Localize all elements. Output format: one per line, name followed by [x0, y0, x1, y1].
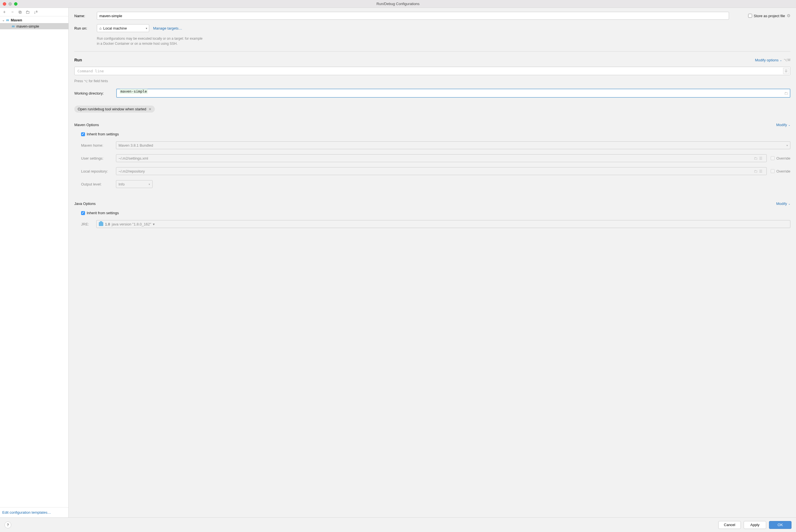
- maven-options-title: Maven Options: [74, 123, 99, 127]
- local-repo-override-checkbox: [771, 169, 775, 173]
- field-hints-text: Press ⌥ for field hints: [74, 78, 790, 83]
- run-on-select[interactable]: ⌂ Local machine ▾: [97, 24, 149, 32]
- jre-label: JRE:: [81, 222, 92, 226]
- tree-group-label: Maven: [11, 18, 22, 22]
- jre-description: java version "1.8.0_162": [112, 222, 151, 226]
- expand-field-icon[interactable]: ☰: [783, 68, 789, 74]
- tree-item-maven-simple[interactable]: m maven-simple: [0, 23, 69, 29]
- working-directory-label: Working directory:: [74, 91, 112, 95]
- browse-icon: 🗀: [754, 169, 757, 173]
- jre-field: 1.8 java version "1.8.0_162" ▾: [96, 220, 790, 228]
- user-settings-label: User settings:: [81, 156, 112, 160]
- chevron-down-icon: ⌄: [788, 123, 790, 127]
- name-label: Name:: [74, 14, 93, 18]
- chip-label: Open run/debug tool window when started: [78, 107, 146, 111]
- user-settings-field: ~/.m2/settings.xml 🗀 ☰: [116, 154, 767, 162]
- store-project-checkbox[interactable]: [748, 14, 752, 18]
- config-tree: ⌄ m Maven m maven-simple: [0, 16, 69, 507]
- user-settings-override-checkbox: [771, 156, 775, 160]
- manage-targets-link[interactable]: Manage targets…: [153, 26, 182, 31]
- local-repo-field: ~/.m2/repository 🗀 ☰: [116, 167, 767, 175]
- command-line-input[interactable]: [74, 67, 790, 75]
- maven-inherit-label: Inherit from settings: [87, 132, 119, 136]
- sort-config-icon[interactable]: ↓ª: [34, 10, 37, 14]
- chevron-down-icon: ⌄: [2, 19, 5, 22]
- remove-config-icon[interactable]: －: [11, 9, 15, 15]
- minimize-window: [8, 2, 12, 6]
- sidebar: ＋ － ⧉ 🗀 ↓ª ⌄ m Maven m maven-simple Edit…: [0, 8, 69, 517]
- zoom-window[interactable]: [14, 2, 17, 6]
- sidebar-toolbar: ＋ － ⧉ 🗀 ↓ª: [0, 8, 69, 16]
- maven-icon: m: [6, 18, 9, 22]
- local-repo-label: Local repository:: [81, 169, 112, 173]
- run-section-title: Run: [74, 58, 82, 62]
- maven-modify-link[interactable]: Modify ⌄: [776, 123, 790, 127]
- window-title: Run/Debug Configurations: [3, 2, 793, 6]
- maven-home-label: Maven home:: [81, 143, 112, 148]
- name-input[interactable]: [97, 12, 729, 20]
- browse-folder-icon[interactable]: 🗀: [784, 91, 788, 95]
- add-config-icon[interactable]: ＋: [2, 9, 6, 15]
- override-label: Override: [776, 169, 790, 173]
- output-level-label: Output level:: [81, 182, 112, 186]
- modify-shortcut: ⌥M: [783, 58, 790, 62]
- open-tool-window-chip[interactable]: Open run/debug tool window when started …: [74, 106, 155, 113]
- ok-button[interactable]: OK: [769, 521, 792, 529]
- save-config-icon[interactable]: 🗀: [25, 10, 30, 14]
- java-modify-link[interactable]: Modify ⌄: [776, 202, 790, 206]
- chevron-down-icon: ⌄: [788, 202, 790, 205]
- maven-icon: m: [12, 24, 15, 28]
- tree-group-maven[interactable]: ⌄ m Maven: [0, 17, 69, 23]
- home-icon: ⌂: [99, 26, 101, 31]
- store-project-label: Store as project file: [754, 14, 785, 18]
- chevron-down-icon: ▾: [153, 222, 155, 226]
- java-inherit-checkbox[interactable]: [81, 211, 85, 215]
- expand-icon: ☰: [759, 156, 762, 160]
- chevron-down-icon: ▾: [786, 144, 788, 147]
- java-inherit-label: Inherit from settings: [87, 211, 119, 215]
- cancel-button[interactable]: Cancel: [718, 521, 741, 529]
- titlebar: Run/Debug Configurations: [0, 0, 796, 8]
- remove-chip-icon[interactable]: ✕: [149, 107, 151, 111]
- working-directory-value: maven-simple: [120, 89, 148, 94]
- maven-inherit-checkbox[interactable]: [81, 132, 85, 136]
- help-button[interactable]: ?: [4, 521, 11, 528]
- run-on-label: Run on:: [74, 26, 93, 31]
- expand-icon: ☰: [759, 169, 762, 173]
- override-label: Override: [776, 156, 790, 160]
- gear-icon[interactable]: ⚙: [787, 13, 790, 18]
- jre-folder-icon: [99, 222, 103, 226]
- working-directory-input[interactable]: maven-simple: [116, 89, 790, 98]
- footer: ? Cancel Apply OK: [0, 517, 796, 532]
- apply-button[interactable]: Apply: [744, 521, 766, 529]
- copy-config-icon[interactable]: ⧉: [19, 10, 22, 15]
- window-controls: [3, 2, 17, 6]
- tree-item-label: maven-simple: [16, 24, 39, 28]
- browse-icon: 🗀: [754, 156, 757, 160]
- targets-hint: Run configurations may be executed local…: [97, 36, 790, 46]
- close-window[interactable]: [3, 2, 6, 6]
- content: Name: Store as project file ⚙ Run on: ⌂ …: [69, 8, 796, 517]
- chevron-down-icon: ▾: [149, 183, 150, 186]
- output-level-field: Info ▾: [116, 180, 153, 188]
- chevron-down-icon: ▾: [146, 27, 147, 30]
- modify-options-link[interactable]: Modify options ⌄: [755, 58, 782, 62]
- maven-home-field: Maven 3.8.1 Bundled ▾: [116, 141, 790, 149]
- edit-templates-link[interactable]: Edit configuration templates…: [2, 510, 51, 515]
- run-on-value: Local machine: [103, 26, 127, 31]
- java-options-title: Java Options: [74, 202, 96, 206]
- chevron-down-icon: ⌄: [780, 59, 782, 62]
- jre-version: 1.8: [105, 222, 110, 226]
